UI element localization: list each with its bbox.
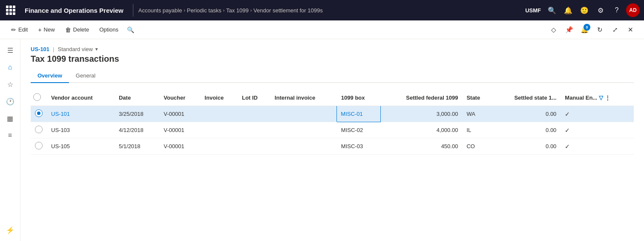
row-radio[interactable] xyxy=(35,126,43,133)
col-more-icon[interactable]: ⋮ xyxy=(605,95,610,101)
sidebar-recent-icon[interactable]: 🕐 xyxy=(3,94,18,109)
personalize-icon-btn[interactable]: ◇ xyxy=(547,23,561,37)
main-content: US-101 | Standard view ▼ Tax 1099 transa… xyxy=(20,39,644,241)
table-header-row: Vendor account Date Voucher Invoice Lot … xyxy=(31,90,634,106)
sidebar-modules-icon[interactable]: ≡ xyxy=(3,128,18,143)
internal-invoice-cell xyxy=(270,138,337,155)
lot-id-cell xyxy=(238,122,270,138)
user-avatar[interactable]: AD xyxy=(626,3,640,17)
invoice-cell xyxy=(200,122,238,138)
table-row[interactable]: US-103 4/12/2018 V-00001 MISC-02 4,000.0… xyxy=(31,122,634,138)
options-button[interactable]: Options xyxy=(95,25,123,34)
col-date: Date xyxy=(115,90,159,106)
settled-state-cell: 0.00 xyxy=(492,122,561,138)
notification-bell-btn[interactable]: 🔔 xyxy=(561,3,575,17)
state-cell: CO xyxy=(462,138,492,155)
breadcrumb-periodic-tasks[interactable]: Periodic tasks xyxy=(187,7,221,14)
new-button[interactable]: + New xyxy=(34,25,59,35)
breadcrumb: Accounts payable › Periodic tasks › Tax … xyxy=(138,7,522,14)
select-all-radio[interactable] xyxy=(33,93,41,101)
manual-en-cell: ✓ xyxy=(561,106,634,122)
col-internal-invoice: Internal invoice xyxy=(270,90,337,106)
state-cell: IL xyxy=(462,122,492,138)
help-icon-btn[interactable]: ? xyxy=(610,3,624,17)
tab-overview[interactable]: Overview xyxy=(31,69,69,83)
row-select-cell[interactable] xyxy=(31,138,47,155)
breadcrumb-sep-1: › xyxy=(184,8,185,13)
feedback-icon-btn[interactable]: 🙂 xyxy=(578,3,591,17)
checkmark-icon: ✓ xyxy=(565,111,570,118)
options-label: Options xyxy=(99,26,118,33)
vendor-account-value[interactable]: US-101 xyxy=(51,111,70,117)
new-icon: + xyxy=(38,26,41,33)
standard-view-dropdown[interactable]: Standard view ▼ xyxy=(58,46,98,52)
box-1099-value: MISC-03 xyxy=(341,143,363,149)
settled-state-cell: 0.00 xyxy=(492,138,561,155)
col-filter-icon[interactable]: ▽ xyxy=(599,95,603,101)
pin-icon-btn[interactable]: 📌 xyxy=(562,23,576,37)
table-row[interactable]: US-101 3/25/2018 V-00001 MISC-01 3,000.0… xyxy=(31,106,634,122)
box-1099-value: MISC-02 xyxy=(341,127,363,133)
open-in-new-btn[interactable]: ⤢ xyxy=(608,23,622,37)
search-icon-btn[interactable]: 🔍 xyxy=(545,3,559,17)
sidebar-workspaces-icon[interactable]: ▦ xyxy=(3,111,18,126)
message-center-btn[interactable]: 🔔 0 xyxy=(578,23,591,37)
view-label-text: Standard view xyxy=(58,46,92,52)
date-cell: 3/25/2018 xyxy=(115,106,159,122)
select-all-header[interactable] xyxy=(31,90,47,106)
box-1099-cell[interactable]: MISC-01 xyxy=(337,106,380,122)
top-bar-right: USMF 🔍 🔔 🙂 ⚙ ? AD xyxy=(525,3,640,17)
lot-id-cell xyxy=(238,106,270,122)
settled-state-cell: 0.00 xyxy=(492,106,561,122)
manual-en-cell: ✓ xyxy=(561,138,634,155)
delete-button[interactable]: 🗑 Delete xyxy=(61,25,94,35)
settings-icon-btn[interactable]: ⚙ xyxy=(594,3,607,17)
settled-federal-cell: 450.00 xyxy=(380,138,462,155)
invoice-cell xyxy=(200,138,238,155)
col-1099-box: 1099 box xyxy=(337,90,380,106)
delete-label: Delete xyxy=(73,26,89,33)
checkmark-icon: ✓ xyxy=(565,127,570,134)
settled-federal-cell: 4,000.00 xyxy=(380,122,462,138)
table-row[interactable]: US-105 5/1/2018 V-00001 MISC-03 450.00 C… xyxy=(31,138,634,155)
lot-id-cell xyxy=(238,138,270,155)
tab-bar: Overview General xyxy=(31,69,634,83)
edit-button[interactable]: ✏ Edit xyxy=(7,25,32,35)
voucher-cell: V-00001 xyxy=(159,122,200,138)
refresh-icon-btn[interactable]: ↻ xyxy=(593,23,607,37)
vendor-account-cell: US-103 xyxy=(47,122,115,138)
box-1099-cell: MISC-03 xyxy=(337,138,380,155)
delete-icon: 🗑 xyxy=(65,26,71,33)
breadcrumb-vendor-settlement[interactable]: Vendor settlement for 1099s xyxy=(253,7,323,14)
sidebar-nav-icon[interactable]: ☰ xyxy=(3,43,18,58)
row-select-cell[interactable] xyxy=(31,106,47,122)
view-header: US-101 | Standard view ▼ xyxy=(31,46,634,52)
breadcrumb-tax-1099[interactable]: Tax 1099 xyxy=(226,7,249,14)
col-state: State xyxy=(462,90,492,106)
toolbar-search-btn[interactable]: 🔍 xyxy=(124,24,136,36)
sidebar-filter-icon[interactable]: ⚡ xyxy=(3,222,18,238)
row-select-cell[interactable] xyxy=(31,122,47,138)
box-1099-value[interactable]: MISC-01 xyxy=(341,111,362,117)
app-grid-icon[interactable] xyxy=(4,4,17,17)
col-vendor-account: Vendor account xyxy=(47,90,115,106)
page-title: Tax 1099 transactions xyxy=(31,54,634,64)
notification-count-badge: 0 xyxy=(584,24,590,31)
sidebar: ☰ ⌂ ☆ 🕐 ▦ ≡ ⚡ xyxy=(0,39,20,241)
settled-federal-cell: 3,000.00 xyxy=(380,106,462,122)
toolbar-right-actions: ◇ 📌 🔔 0 ↻ ⤢ ✕ xyxy=(547,23,637,37)
voucher-cell: V-00001 xyxy=(159,106,200,122)
row-radio[interactable] xyxy=(35,142,43,149)
col-voucher: Voucher xyxy=(159,90,200,106)
tab-general[interactable]: General xyxy=(69,69,102,83)
date-cell: 4/12/2018 xyxy=(115,122,159,138)
sidebar-home-icon[interactable]: ⌂ xyxy=(3,60,18,75)
vendor-account-cell: US-101 xyxy=(47,106,115,122)
close-icon-btn[interactable]: ✕ xyxy=(624,23,637,37)
edit-label: Edit xyxy=(18,26,28,33)
breadcrumb-accounts-payable[interactable]: Accounts payable xyxy=(138,7,182,14)
table-body: US-101 3/25/2018 V-00001 MISC-01 3,000.0… xyxy=(31,106,634,155)
sidebar-favorites-icon[interactable]: ☆ xyxy=(3,77,18,92)
top-bar: Finance and Operations Preview Accounts … xyxy=(0,0,644,20)
row-radio[interactable] xyxy=(35,109,43,117)
